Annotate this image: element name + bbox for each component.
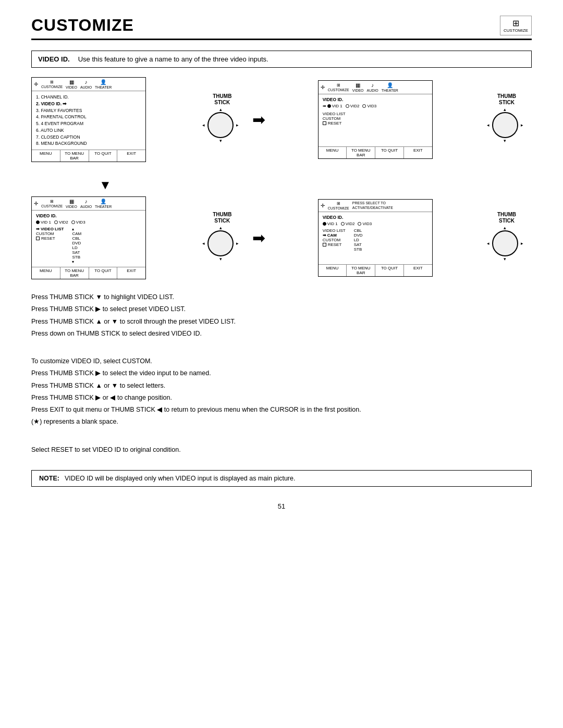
video-icon-top: ▦VIDEO xyxy=(66,79,77,89)
custom-item: CUSTOM xyxy=(323,116,428,121)
menu-item-7: 7. CLOSED CAPTION xyxy=(36,134,141,141)
s4-video-list: VIDEO LIST xyxy=(323,228,346,233)
customize-icon-top4: ⊞CUSTOMIZE xyxy=(328,201,349,210)
video-list-selected: ➡VIDEO LIST xyxy=(36,227,64,231)
arr-up-3: ▴ xyxy=(219,225,222,230)
vid2-opt: VID2 xyxy=(346,104,360,108)
s4-vid1-opt: VID 1 xyxy=(323,221,338,226)
thumb-circle-4: ▴ ▾ ◂ ▸ xyxy=(492,230,518,256)
thumb-circle-2: ▴ ▾ ◂ ▸ xyxy=(492,112,518,138)
screen2-list: VIDEO LIST CUSTOM RESET xyxy=(323,112,428,126)
s3-reset-label: RESET xyxy=(41,236,55,241)
s3-vid2-opt: VID2 xyxy=(54,220,68,225)
s3-vid1-opt: VID 1 xyxy=(36,220,51,225)
menu-btn-2: MENU xyxy=(319,147,347,158)
arr-up-1: ▴ xyxy=(219,107,222,112)
note-box: NOTE: VIDEO ID will be displayed only wh… xyxy=(31,470,532,487)
customize-icon-top2: ⊞CUSTOMIZE xyxy=(328,83,349,92)
menu-btn-4: MENU xyxy=(319,265,347,276)
to-quit-btn: TO QUIT xyxy=(89,150,118,162)
audio-icon-top2: ♪AUDIO xyxy=(367,82,378,92)
thumb-label-3: THUMBSTICK xyxy=(213,212,231,224)
down-arrow-connector: ▼ xyxy=(31,178,532,192)
screen4-title: VIDEO ID. xyxy=(323,215,428,220)
customize-icon-top3: ⊞CUSTOMIZE xyxy=(41,199,63,208)
menu-item-2: 2. VIDEO ID. ➡ xyxy=(36,101,141,107)
instructions2-section: To customize VIDEO ID, select CUSTOM. Pr… xyxy=(31,356,532,428)
video-id-row: VIDEO ID. Use this feature to give a nam… xyxy=(31,51,532,68)
screen2: ✛ ⊞CUSTOMIZE ▦VIDEO ♪AUDIO 👤THEATER VIDE… xyxy=(318,80,433,159)
exit-btn-4: EXIT xyxy=(404,265,432,276)
menu-btn-3: MENU xyxy=(32,267,60,279)
thumb-stick-2: THUMBSTICK ▴ ▾ ◂ ▸ xyxy=(487,93,527,146)
menu-item-3: 3. FAMILY FAVORITES xyxy=(36,107,141,114)
screen2-radio-row: ➡VID 1 VID2 VID3 xyxy=(323,104,428,108)
s4-reset: RESET xyxy=(323,242,346,247)
instr2-2: Press THUMB STICK ▶ to select the video … xyxy=(31,368,532,379)
arr-lt-3: ◂ xyxy=(202,241,205,246)
arr-dn-2: ▾ xyxy=(504,138,506,143)
top-diagrams-row: ✛ ⊞CUSTOMIZE ▦VIDEO ♪AUDIO 👤THEATER 1. C… xyxy=(31,77,532,162)
screen2-bottom: MENU TO MENU BAR TO QUIT EXIT xyxy=(319,146,432,158)
nav-icon-4: ✛ xyxy=(321,203,325,209)
arr-dn-4: ▾ xyxy=(504,256,506,262)
exit-btn: EXIT xyxy=(117,150,145,162)
screen1: ✛ ⊞CUSTOMIZE ▦VIDEO ♪AUDIO 👤THEATER 1. C… xyxy=(31,77,146,162)
screen3-left: ➡VIDEO LIST CUSTOM RESET xyxy=(36,227,64,264)
s4-sat: SAT xyxy=(354,242,363,247)
menu-item-8: 8. MENU BACKGROUND xyxy=(36,140,141,147)
s4-stb: STB xyxy=(354,247,363,252)
video-icon-top3: ▦VIDEO xyxy=(66,199,77,208)
s3-ld: LD xyxy=(72,245,81,250)
s3-cbl: CBL xyxy=(72,236,81,241)
instr3: Select RESET to set VIDEO ID to original… xyxy=(31,445,532,455)
note-text: VIDEO ID will be displayed only when VID… xyxy=(65,475,296,482)
arr-dn-3: ▾ xyxy=(219,256,222,262)
menu-item-4: 4. PARENTAL CONTROL xyxy=(36,114,141,120)
video-icon-top2: ▦VIDEO xyxy=(352,82,364,92)
video-id-label: VIDEO ID. xyxy=(38,55,70,63)
screen3-radio-row: VID 1 VID2 VID3 xyxy=(36,220,141,225)
arrow-thumb-1: THUMBSTICK ▴ ▾ ◂ ▸ ➡ xyxy=(195,93,268,146)
s4-reset-checkbox xyxy=(323,243,326,246)
vid1-opt: ➡VID 1 xyxy=(323,104,342,108)
theater-icon-top2: 👤THEATER xyxy=(382,82,398,92)
screen3-reset: RESET xyxy=(36,236,64,241)
to-quit-btn-2: TO QUIT xyxy=(375,147,404,158)
screen3-main: ➡VIDEO LIST CUSTOM RESET ▴ CAM CBL DVD L… xyxy=(36,227,141,264)
s4-vid2-opt: VID2 xyxy=(341,221,355,226)
screen1-topbar: ✛ ⊞CUSTOMIZE ▦VIDEO ♪AUDIO 👤THEATER xyxy=(32,78,145,91)
s3-cam: CAM xyxy=(72,231,81,236)
exit-btn-3: EXIT xyxy=(117,267,145,279)
nav-icon: ✛ xyxy=(34,81,38,88)
screen3: ✛ ⊞CUSTOMIZE ▦VIDEO ♪AUDIO 👤THEATER VIDE… xyxy=(31,196,146,279)
s3-vid3-opt: VID3 xyxy=(71,220,85,225)
arr-lt-4: ◂ xyxy=(487,241,489,246)
s4-cbl: CBL xyxy=(354,228,363,233)
exit-btn-2: EXIT xyxy=(404,147,432,158)
arr-dn-1: ▾ xyxy=(219,138,222,143)
screen3-content: VIDEO ID. VID 1 VID2 VID3 ➡VIDEO LIST CU… xyxy=(32,211,145,267)
down-arrow-icon: ▼ xyxy=(99,178,112,192)
s4-cam-selected: ➡CAM xyxy=(323,233,346,238)
customize-icon-top: ⊞CUSTOMIZE xyxy=(41,80,63,89)
to-quit-btn-4: TO QUIT xyxy=(375,265,404,276)
screen4-main: VIDEO LIST ➡CAM CUSTOM RESET CBL DVD LD … xyxy=(323,228,428,252)
note-label: NOTE: xyxy=(39,475,59,482)
s3-reset-checkbox xyxy=(36,237,40,240)
s3-vid1-radio xyxy=(36,220,40,224)
instr2-6: (★) represents a blank space. xyxy=(31,416,532,427)
theater-icon-top3: 👤THEATER xyxy=(95,199,112,208)
arr-up-4: ▴ xyxy=(504,225,506,230)
s4-vid1-radio xyxy=(323,222,326,226)
instr-4: Press down on THUMB STICK to select desi… xyxy=(31,328,532,339)
screen1-bottom: MENU TO MENU BAR TO QUIT EXIT xyxy=(32,150,145,162)
reset-checkbox xyxy=(323,121,326,125)
screen2-topbar: ✛ ⊞CUSTOMIZE ▦VIDEO ♪AUDIO 👤THEATER xyxy=(319,81,432,94)
instr-2: Press THUMB STICK ▶ to select preset VID… xyxy=(31,304,532,315)
screen3-right-list: ▴ CAM CBL DVD LD SAT STB ▾ xyxy=(72,227,81,264)
screen4-topbar: ✛ ⊞CUSTOMIZE PRESS SELECT TO ACTIVATE/DE… xyxy=(319,200,432,212)
s3-up-arrow: ▴ xyxy=(72,227,81,231)
vid3-radio xyxy=(362,104,366,108)
vid1-radio xyxy=(327,104,331,108)
